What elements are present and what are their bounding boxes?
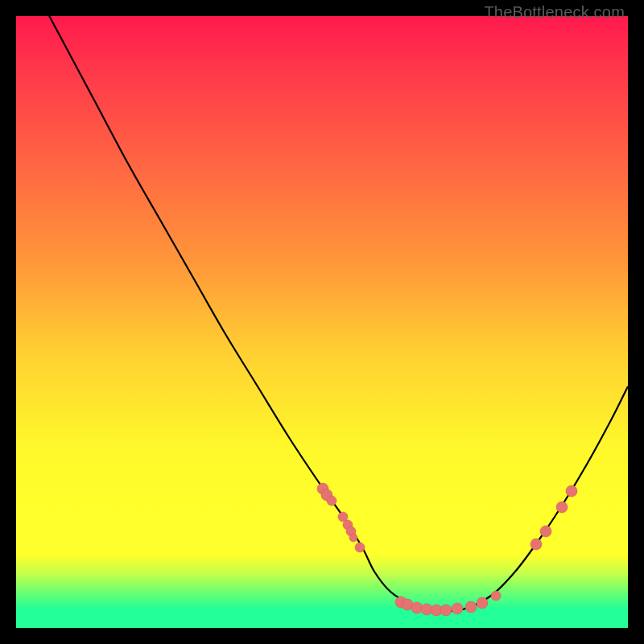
watermark-text: TheBottleneck.com (484, 3, 625, 22)
chart-svg (16, 16, 628, 628)
dot-layer (317, 483, 577, 616)
data-dot (440, 605, 452, 616)
data-dot (465, 601, 477, 613)
data-dot (540, 526, 551, 537)
bottleneck-curve (32, 16, 628, 611)
data-dot (327, 496, 336, 506)
data-dot (452, 603, 463, 614)
data-dot (477, 597, 488, 609)
data-dot (556, 502, 568, 513)
data-dot (491, 591, 501, 601)
plot-area (16, 16, 628, 628)
data-dot (355, 543, 365, 552)
data-dot (349, 534, 357, 542)
data-dot (411, 602, 423, 613)
data-dot (530, 539, 542, 550)
data-dot (566, 485, 577, 497)
